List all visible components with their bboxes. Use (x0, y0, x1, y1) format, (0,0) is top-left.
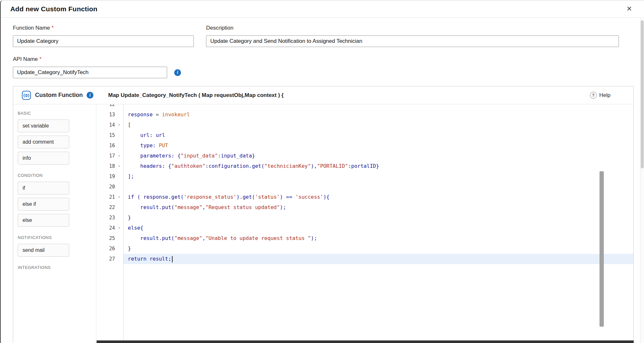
code-line[interactable]: 16 type: PUT (96, 140, 633, 151)
line-number: 26 (96, 243, 115, 254)
sidebar-sections: BASICset variableadd commentinfoCONDITIO… (13, 111, 96, 270)
sidebar-item-if[interactable]: if (18, 182, 69, 195)
line-number: 27 (96, 254, 115, 264)
code-editor[interactable]: 1213response = invokeurl14▾[15 url: url1… (96, 104, 633, 343)
gutter-separator (123, 104, 124, 343)
fold-spacer (115, 140, 123, 151)
line-number: 13 (96, 110, 115, 120)
text-cursor (172, 256, 173, 262)
fold-arrow-icon[interactable]: ▾ (115, 151, 123, 161)
line-content[interactable]: } (123, 213, 633, 223)
sidebar-item-add-comment[interactable]: add comment (18, 136, 69, 148)
custom-function-icon: {D} (22, 91, 31, 100)
code-line[interactable]: 21▾if ( response.get('response_status').… (96, 192, 633, 202)
code-line[interactable]: 27return result; (96, 254, 633, 264)
code-line[interactable]: 14▾[ (96, 120, 633, 130)
info-icon[interactable]: i (87, 92, 93, 99)
window-bottom-edge (97, 340, 634, 343)
editor-scrollbar-thumb[interactable] (600, 171, 604, 327)
line-content[interactable]: return result; (123, 254, 633, 264)
description-field: Description (206, 25, 619, 47)
description-label-text: Description (206, 25, 233, 31)
code-line[interactable]: 23} (96, 213, 633, 223)
help-label: Help (599, 92, 611, 99)
line-content[interactable]: url: url (123, 130, 633, 140)
close-icon[interactable]: × (627, 5, 632, 13)
line-content[interactable]: } (123, 243, 633, 254)
line-content[interactable]: if ( response.get('response_status').get… (123, 192, 633, 202)
api-name-label: API Name* (13, 56, 181, 62)
required-asterisk: * (39, 56, 41, 62)
fold-spacer (115, 243, 123, 254)
fold-arrow-icon[interactable]: ▾ (115, 192, 123, 202)
api-name-input[interactable] (13, 67, 167, 78)
line-content[interactable]: result.put("message","Request status upd… (123, 202, 633, 213)
page-scrollbar[interactable] (640, 18, 644, 343)
line-number: 14 (96, 120, 115, 130)
line-content[interactable] (123, 104, 633, 110)
line-content[interactable] (123, 182, 633, 192)
line-number: 21 (96, 192, 115, 202)
svg-text:{D}: {D} (23, 93, 30, 98)
description-input[interactable] (206, 35, 619, 47)
code-lines: 1213response = invokeurl14▾[15 url: url1… (96, 104, 633, 264)
code-line[interactable]: 12 (96, 104, 633, 110)
help-icon: ? (590, 92, 597, 99)
add-custom-function-dialog: Add new Custom Function × Function Name*… (0, 0, 644, 343)
code-line[interactable]: 17▾ parameters: {"input_data":input_data… (96, 151, 633, 161)
fold-spacer (115, 254, 123, 264)
code-line[interactable]: 13response = invokeurl (96, 110, 633, 120)
line-content[interactable]: else{ (123, 223, 633, 233)
sidebar-item-else[interactable]: else (18, 214, 69, 227)
sidebar-item-send-mail[interactable]: send mail (18, 244, 69, 257)
line-content[interactable]: response = invokeurl (123, 110, 633, 120)
line-content[interactable]: result.put("message","Unable to update r… (123, 233, 633, 243)
function-name-label-text: Function Name (13, 25, 50, 31)
fold-spacer (115, 202, 123, 213)
sidebar-item-else-if[interactable]: else if (18, 198, 69, 211)
line-number: 17 (96, 151, 115, 161)
line-content[interactable]: [ (123, 120, 633, 130)
fold-spacer (115, 130, 123, 140)
line-number: 24 (96, 223, 115, 233)
custom-function-editor-panel: {D} Custom Function i Map Update_Categor… (13, 86, 634, 343)
sidebar-section-heading: BASIC (18, 111, 96, 116)
sidebar-section-heading: INTEGRATIONS (18, 265, 96, 270)
fold-arrow-icon[interactable]: ▾ (115, 223, 123, 233)
page-title: Add new Custom Function (10, 5, 98, 13)
function-name-label: Function Name* (13, 25, 194, 31)
line-number: 12 (96, 104, 115, 110)
dialog-header: Add new Custom Function × (1, 0, 644, 18)
page-scrollbar-thumb[interactable] (641, 20, 644, 168)
line-content[interactable]: parameters: {"input_data":input_data} (123, 151, 633, 161)
code-line[interactable]: 18▾ headers: {"authtoken":configuration.… (96, 161, 633, 171)
code-line[interactable]: 22 result.put("message","Request status … (96, 202, 633, 213)
line-number: 19 (96, 171, 115, 182)
code-line[interactable]: 20 (96, 182, 633, 192)
line-content[interactable]: type: PUT (123, 140, 633, 151)
line-content[interactable]: ]; (123, 171, 633, 182)
line-content[interactable]: headers: {"authtoken":configuration.get(… (123, 161, 633, 171)
function-name-input[interactable] (13, 35, 194, 47)
code-line[interactable]: 24▾else{ (96, 223, 633, 233)
fold-spacer (115, 213, 123, 223)
code-line[interactable]: 19]; (96, 171, 633, 182)
code-line[interactable]: 15 url: url (96, 130, 633, 140)
sidebar-item-set-variable[interactable]: set variable (18, 119, 69, 132)
form-area: Function Name* Description API Name* i (1, 18, 644, 78)
fold-arrow-icon[interactable]: ▾ (115, 120, 123, 130)
code-line[interactable]: 25 result.put("message","Unable to updat… (96, 233, 633, 243)
api-name-field: API Name* i (13, 56, 181, 78)
code-line[interactable]: 26} (96, 243, 633, 254)
fold-spacer (115, 104, 123, 110)
line-number: 20 (96, 182, 115, 192)
info-icon[interactable]: i (174, 69, 181, 76)
fold-spacer (115, 110, 123, 120)
fold-arrow-icon[interactable]: ▾ (115, 161, 123, 171)
function-signature: Map Update_Category_NotifyTech ( Map req… (108, 92, 284, 99)
sidebar-item-info[interactable]: info (18, 152, 69, 165)
editor-header: {D} Custom Function i Map Update_Categor… (13, 86, 633, 104)
sidebar-section-heading: NOTIFICATIONS (18, 235, 96, 240)
help-button[interactable]: ?Help (590, 92, 611, 99)
fold-spacer (115, 171, 123, 182)
